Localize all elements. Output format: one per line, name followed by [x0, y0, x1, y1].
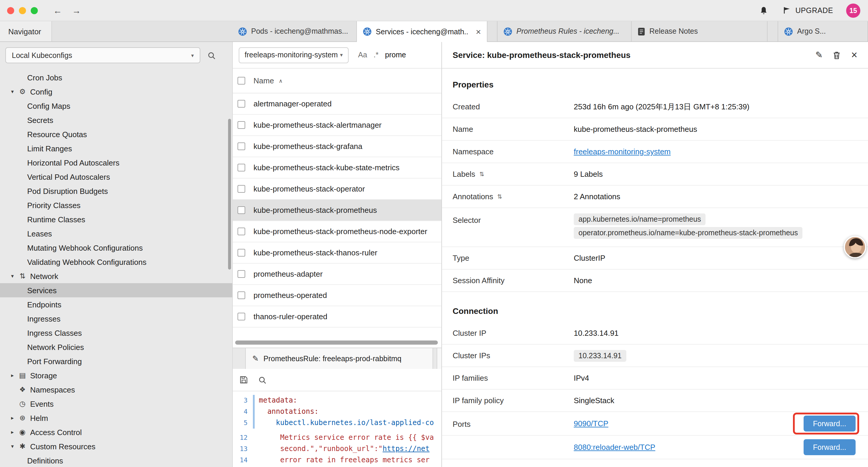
navigator-header[interactable]: Navigator: [0, 21, 52, 41]
sidebar-item-port-forwarding[interactable]: Port Forwarding: [0, 354, 232, 368]
expand-icon[interactable]: ⇅: [497, 193, 502, 200]
edit-service-icon[interactable]: ✎: [815, 50, 823, 60]
forward-button[interactable]: Forward...: [804, 415, 856, 432]
chevron-right-icon[interactable]: ▸: [8, 372, 17, 378]
sidebar-item-cron-jobs[interactable]: Cron Jobs: [0, 70, 232, 85]
chevron-down-icon[interactable]: ▾: [8, 89, 17, 95]
sidebar-item-secrets[interactable]: Secrets: [0, 113, 232, 127]
row-checkbox[interactable]: [238, 249, 245, 257]
row-checkbox[interactable]: [238, 291, 245, 299]
sidebar-item-access-control[interactable]: ▸◉Access Control: [0, 425, 232, 439]
user-avatar[interactable]: [844, 236, 866, 258]
sidebar-item-horizontal-pod-autoscalers[interactable]: Horizontal Pod Autoscalers: [0, 155, 232, 170]
row-checkbox[interactable]: [238, 270, 245, 278]
back-button[interactable]: ←: [53, 5, 62, 16]
chevron-down-icon[interactable]: ▾: [8, 443, 17, 449]
sidebar-item-label: Limit Ranges: [27, 144, 72, 153]
sidebar-item-pod-disruption-budgets[interactable]: Pod Disruption Budgets: [0, 184, 232, 198]
sidebar-item-definitions[interactable]: Definitions: [0, 454, 232, 467]
name-column-header[interactable]: Name: [253, 76, 274, 85]
search-input[interactable]: prome: [385, 51, 406, 59]
sidebar-scrollbar[interactable]: [228, 119, 231, 269]
table-row[interactable]: kube-prometheus-stack-thanos-ruler: [233, 242, 441, 264]
port-link[interactable]: 9090/TCP: [574, 419, 608, 428]
close-window-button[interactable]: [7, 7, 14, 14]
notification-count-badge[interactable]: 15: [846, 3, 860, 18]
row-checkbox[interactable]: [238, 100, 245, 108]
row-checkbox[interactable]: [238, 313, 245, 320]
tab-release-notes[interactable]: Release Notes: [632, 21, 768, 41]
table-row[interactable]: thanos-ruler-operated: [233, 306, 441, 327]
row-checkbox[interactable]: [238, 143, 245, 150]
row-checkbox[interactable]: [238, 121, 245, 129]
table-row[interactable]: kube-prometheus-stack-alertmanager: [233, 115, 441, 136]
close-tab-icon[interactable]: ×: [472, 27, 481, 37]
table-row[interactable]: prometheus-operated: [233, 285, 441, 306]
dock-tab-next[interactable]: ✎: [437, 348, 441, 369]
sidebar-item-limit-ranges[interactable]: Limit Ranges: [0, 141, 232, 155]
sidebar-item-network-policies[interactable]: Network Policies: [0, 340, 232, 354]
tab-services[interactable]: Services - icecheng@math...×: [357, 21, 488, 42]
tab-argo[interactable]: Argo S...: [778, 21, 868, 41]
notifications-bell-icon[interactable]: [759, 6, 768, 15]
sidebar-item-validating-webhook-configurations[interactable]: Validating Webhook Configurations: [0, 255, 232, 269]
editor-search-icon[interactable]: [258, 376, 267, 384]
forward-button[interactable]: →: [72, 5, 81, 16]
horizontal-scrollbar[interactable]: [235, 341, 438, 345]
forward-button[interactable]: Forward...: [804, 439, 856, 455]
sidebar-item-ingress-classes[interactable]: Ingress Classes: [0, 326, 232, 340]
sidebar-item-config[interactable]: ▾⚙Config: [0, 85, 232, 99]
row-checkbox[interactable]: [238, 228, 245, 235]
table-row[interactable]: alertmanager-operated: [233, 93, 441, 115]
sidebar-item-storage[interactable]: ▸▤Storage: [0, 368, 232, 382]
select-all-checkbox[interactable]: [238, 77, 245, 85]
sidebar-item-runtime-classes[interactable]: Runtime Classes: [0, 212, 232, 226]
sidebar-item-custom-resources[interactable]: ▾✱Custom Resources: [0, 439, 232, 454]
sidebar-item-leases[interactable]: Leases: [0, 226, 232, 241]
delete-service-icon[interactable]: [833, 51, 841, 59]
namespace-filter-dropdown[interactable]: freeleaps-monitoring-system ▾: [239, 47, 349, 63]
sidebar-item-events[interactable]: ◷Events: [0, 397, 232, 411]
row-checkbox[interactable]: [238, 185, 245, 193]
sidebar-item-namespaces[interactable]: ❖Namespaces: [0, 382, 232, 397]
sidebar-item-network[interactable]: ▾⇅Network: [0, 269, 232, 283]
upgrade-button[interactable]: UPGRADE: [782, 6, 833, 15]
sidebar-item-resource-quotas[interactable]: Resource Quotas: [0, 127, 232, 141]
table-row[interactable]: kube-prometheus-stack-grafana: [233, 136, 441, 157]
sidebar-search-icon[interactable]: [208, 51, 216, 59]
minimize-window-button[interactable]: [19, 7, 26, 14]
regex-toggle[interactable]: .*: [374, 51, 379, 59]
kubeconfig-selector[interactable]: Local Kubeconfigs ▾: [5, 47, 200, 63]
expand-icon[interactable]: ⇅: [479, 171, 485, 177]
close-panel-icon[interactable]: ×: [851, 49, 857, 61]
chevron-right-icon[interactable]: ▸: [8, 415, 17, 421]
dock-tab-prometheusrule[interactable]: ✎ PrometheusRule: freeleaps-prod-rabbitm…: [245, 348, 433, 369]
match-case-toggle[interactable]: Aa: [358, 51, 367, 59]
tab-pods[interactable]: Pods - icecheng@mathmas...: [232, 21, 357, 41]
row-checkbox[interactable]: [238, 206, 245, 214]
sort-ascending-icon[interactable]: ∧: [279, 78, 282, 84]
table-row[interactable]: kube-prometheus-stack-operator: [233, 178, 441, 200]
port-link[interactable]: 8080:reloader-web/TCP: [574, 443, 655, 451]
table-row[interactable]: kube-prometheus-stack-prometheus-node-ex…: [233, 221, 441, 242]
row-checkbox[interactable]: [238, 164, 245, 171]
sidebar-item-helm[interactable]: ▸⊛Helm: [0, 411, 232, 425]
zoom-window-button[interactable]: [31, 7, 38, 14]
table-row[interactable]: prometheus-adapter: [233, 264, 441, 285]
tab-prometheus-rules[interactable]: Prometheus Rules - icecheng...: [497, 21, 632, 41]
sidebar-item-mutating-webhook-configurations[interactable]: Mutating Webhook Configurations: [0, 241, 232, 255]
sidebar-item-config-maps[interactable]: Config Maps: [0, 99, 232, 113]
table-row[interactable]: kube-prometheus-stack-prometheus: [233, 200, 441, 221]
save-icon[interactable]: [239, 375, 248, 384]
chevron-right-icon[interactable]: ▸: [8, 429, 17, 435]
chevron-down-icon[interactable]: ▾: [8, 273, 17, 279]
sidebar-item-vertical-pod-autoscalers[interactable]: Vertical Pod Autoscalers: [0, 170, 232, 184]
value-link[interactable]: freeleaps-monitoring-system: [574, 147, 671, 156]
sidebar-item-endpoints[interactable]: Endpoints: [0, 297, 232, 312]
yaml-editor[interactable]: 3metadata:4 annotations:5 kubectl.kubern…: [233, 391, 441, 467]
sidebar-item-priority-classes[interactable]: Priority Classes: [0, 198, 232, 212]
helm-icon: ⊛: [17, 414, 28, 422]
table-row[interactable]: kube-prometheus-stack-kube-state-metrics: [233, 157, 441, 178]
sidebar-item-ingresses[interactable]: Ingresses: [0, 312, 232, 326]
sidebar-item-services[interactable]: Services: [0, 283, 232, 297]
